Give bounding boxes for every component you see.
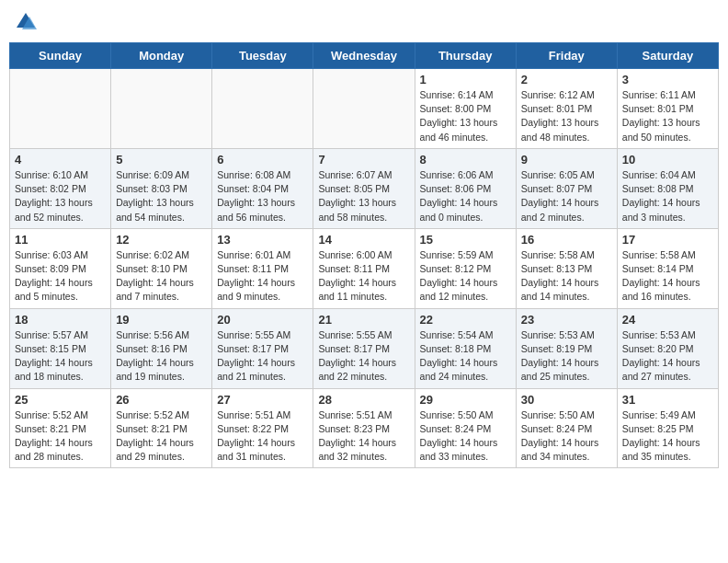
calendar-cell: 6Sunrise: 6:08 AMSunset: 8:04 PMDaylight…: [212, 148, 313, 228]
day-info: Sunrise: 5:52 AMSunset: 8:21 PMDaylight:…: [116, 408, 207, 465]
calendar-cell: 30Sunrise: 5:50 AMSunset: 8:24 PMDayligh…: [516, 388, 617, 468]
day-info: Sunrise: 5:49 AMSunset: 8:25 PMDaylight:…: [622, 408, 713, 465]
calendar-cell: [10, 69, 111, 149]
day-number: 9: [521, 153, 612, 167]
day-info: Sunrise: 6:05 AMSunset: 8:07 PMDaylight:…: [521, 168, 612, 224]
day-number: 1: [420, 73, 511, 86]
calendar-cell: 2Sunrise: 6:12 AMSunset: 8:01 PMDaylight…: [516, 69, 617, 149]
calendar-cell: 27Sunrise: 5:51 AMSunset: 8:22 PMDayligh…: [212, 388, 313, 468]
day-number: 4: [15, 153, 106, 167]
day-number: 28: [318, 393, 409, 407]
day-info: Sunrise: 6:06 AMSunset: 8:06 PMDaylight:…: [420, 168, 511, 224]
day-number: 27: [217, 393, 308, 407]
calendar-week-5: 25Sunrise: 5:52 AMSunset: 8:21 PMDayligh…: [10, 388, 719, 468]
calendar-cell: 3Sunrise: 6:11 AMSunset: 8:01 PMDaylight…: [617, 69, 718, 149]
calendar-cell: 17Sunrise: 5:58 AMSunset: 8:14 PMDayligh…: [617, 228, 718, 308]
calendar-week-2: 4Sunrise: 6:10 AMSunset: 8:02 PMDaylight…: [10, 148, 719, 228]
column-header-tuesday: Tuesday: [212, 43, 313, 69]
calendar-cell: 11Sunrise: 6:03 AMSunset: 8:09 PMDayligh…: [10, 228, 111, 308]
calendar-cell: 8Sunrise: 6:06 AMSunset: 8:06 PMDaylight…: [415, 148, 516, 228]
calendar-cell: 9Sunrise: 6:05 AMSunset: 8:07 PMDaylight…: [516, 148, 617, 228]
day-number: 30: [521, 393, 612, 407]
calendar-table: SundayMondayTuesdayWednesdayThursdayFrid…: [9, 42, 719, 468]
day-number: 21: [318, 313, 409, 327]
day-number: 15: [420, 233, 511, 247]
day-info: Sunrise: 5:53 AMSunset: 8:19 PMDaylight:…: [521, 328, 612, 385]
day-number: 2: [521, 73, 612, 86]
day-number: 7: [318, 153, 409, 167]
day-number: 19: [116, 313, 207, 327]
column-header-saturday: Saturday: [617, 43, 718, 69]
calendar-week-4: 18Sunrise: 5:57 AMSunset: 8:15 PMDayligh…: [10, 308, 719, 388]
calendar-cell: 12Sunrise: 6:02 AMSunset: 8:10 PMDayligh…: [111, 228, 212, 308]
calendar-cell: 19Sunrise: 5:56 AMSunset: 8:16 PMDayligh…: [111, 308, 212, 388]
day-number: 25: [15, 393, 106, 407]
calendar-cell: 25Sunrise: 5:52 AMSunset: 8:21 PMDayligh…: [10, 388, 111, 468]
day-number: 12: [116, 233, 207, 247]
calendar-cell: 4Sunrise: 6:10 AMSunset: 8:02 PMDaylight…: [10, 148, 111, 228]
day-info: Sunrise: 6:09 AMSunset: 8:03 PMDaylight:…: [116, 168, 207, 224]
column-header-sunday: Sunday: [10, 43, 111, 69]
day-info: Sunrise: 5:52 AMSunset: 8:21 PMDaylight:…: [15, 408, 106, 465]
calendar-cell: 7Sunrise: 6:07 AMSunset: 8:05 PMDaylight…: [313, 148, 415, 228]
calendar-cell: 23Sunrise: 5:53 AMSunset: 8:19 PMDayligh…: [516, 308, 617, 388]
day-info: Sunrise: 5:58 AMSunset: 8:13 PMDaylight:…: [521, 248, 612, 304]
day-info: Sunrise: 5:51 AMSunset: 8:23 PMDaylight:…: [318, 408, 409, 465]
day-info: Sunrise: 5:55 AMSunset: 8:17 PMDaylight:…: [217, 328, 308, 385]
calendar-header-row: SundayMondayTuesdayWednesdayThursdayFrid…: [10, 43, 719, 69]
column-header-thursday: Thursday: [415, 43, 516, 69]
day-info: Sunrise: 6:03 AMSunset: 8:09 PMDaylight:…: [15, 248, 106, 304]
day-info: Sunrise: 6:14 AMSunset: 8:00 PMDaylight:…: [420, 88, 511, 144]
day-info: Sunrise: 6:11 AMSunset: 8:01 PMDaylight:…: [622, 88, 713, 144]
day-number: 18: [15, 313, 106, 327]
day-number: 10: [622, 153, 713, 167]
day-info: Sunrise: 5:50 AMSunset: 8:24 PMDaylight:…: [521, 408, 612, 465]
logo-icon: [13, 9, 39, 35]
day-info: Sunrise: 6:00 AMSunset: 8:11 PMDaylight:…: [318, 248, 409, 304]
day-number: 5: [116, 153, 207, 167]
calendar-cell: 26Sunrise: 5:52 AMSunset: 8:21 PMDayligh…: [111, 388, 212, 468]
day-info: Sunrise: 6:07 AMSunset: 8:05 PMDaylight:…: [318, 168, 409, 224]
day-number: 29: [420, 393, 511, 407]
calendar-cell: 5Sunrise: 6:09 AMSunset: 8:03 PMDaylight…: [111, 148, 212, 228]
day-info: Sunrise: 6:02 AMSunset: 8:10 PMDaylight:…: [116, 248, 207, 304]
day-info: Sunrise: 5:56 AMSunset: 8:16 PMDaylight:…: [116, 328, 207, 385]
page-header: [9, 9, 719, 35]
calendar-cell: 21Sunrise: 5:55 AMSunset: 8:17 PMDayligh…: [313, 308, 415, 388]
calendar-cell: 28Sunrise: 5:51 AMSunset: 8:23 PMDayligh…: [313, 388, 415, 468]
calendar-cell: [313, 69, 415, 149]
calendar-cell: 13Sunrise: 6:01 AMSunset: 8:11 PMDayligh…: [212, 228, 313, 308]
calendar-cell: 22Sunrise: 5:54 AMSunset: 8:18 PMDayligh…: [415, 308, 516, 388]
calendar-cell: 20Sunrise: 5:55 AMSunset: 8:17 PMDayligh…: [212, 308, 313, 388]
calendar-cell: 18Sunrise: 5:57 AMSunset: 8:15 PMDayligh…: [10, 308, 111, 388]
calendar-cell: [212, 69, 313, 149]
day-number: 8: [420, 153, 511, 167]
calendar-cell: 15Sunrise: 5:59 AMSunset: 8:12 PMDayligh…: [415, 228, 516, 308]
day-info: Sunrise: 6:04 AMSunset: 8:08 PMDaylight:…: [622, 168, 713, 224]
day-info: Sunrise: 6:01 AMSunset: 8:11 PMDaylight:…: [217, 248, 308, 304]
day-info: Sunrise: 6:10 AMSunset: 8:02 PMDaylight:…: [15, 168, 106, 224]
day-info: Sunrise: 5:59 AMSunset: 8:12 PMDaylight:…: [420, 248, 511, 304]
calendar-week-3: 11Sunrise: 6:03 AMSunset: 8:09 PMDayligh…: [10, 228, 719, 308]
column-header-wednesday: Wednesday: [313, 43, 415, 69]
day-number: 26: [116, 393, 207, 407]
day-info: Sunrise: 5:54 AMSunset: 8:18 PMDaylight:…: [420, 328, 511, 385]
calendar-week-1: 1Sunrise: 6:14 AMSunset: 8:00 PMDaylight…: [10, 69, 719, 149]
day-number: 22: [420, 313, 511, 327]
day-number: 17: [622, 233, 713, 247]
calendar-cell: 31Sunrise: 5:49 AMSunset: 8:25 PMDayligh…: [617, 388, 718, 468]
day-info: Sunrise: 5:57 AMSunset: 8:15 PMDaylight:…: [15, 328, 106, 385]
logo: [13, 9, 42, 35]
day-info: Sunrise: 5:55 AMSunset: 8:17 PMDaylight:…: [318, 328, 409, 385]
day-info: Sunrise: 6:08 AMSunset: 8:04 PMDaylight:…: [217, 168, 308, 224]
day-number: 6: [217, 153, 308, 167]
day-number: 11: [15, 233, 106, 247]
day-number: 24: [622, 313, 713, 327]
day-info: Sunrise: 5:58 AMSunset: 8:14 PMDaylight:…: [622, 248, 713, 304]
calendar-cell: 29Sunrise: 5:50 AMSunset: 8:24 PMDayligh…: [415, 388, 516, 468]
day-number: 20: [217, 313, 308, 327]
day-number: 14: [318, 233, 409, 247]
day-info: Sunrise: 5:51 AMSunset: 8:22 PMDaylight:…: [217, 408, 308, 465]
column-header-monday: Monday: [111, 43, 212, 69]
column-header-friday: Friday: [516, 43, 617, 69]
